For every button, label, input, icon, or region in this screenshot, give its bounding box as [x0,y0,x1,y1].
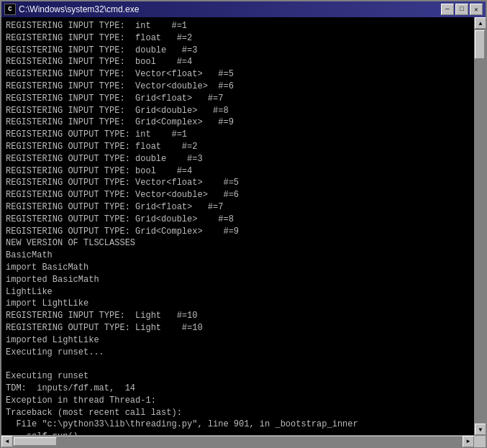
vertical-scrollbar[interactable]: ▲ ▼ [474,17,486,435]
title-bar-left: C C:\Windows\system32\cmd.exe [4,4,139,15]
terminal-output[interactable]: REGISTERING INPUT TYPE: int #=1 REGISTER… [1,17,474,435]
scroll-track-h[interactable] [13,436,463,447]
scroll-thumb-h[interactable] [14,437,57,446]
scroll-up-button[interactable]: ▲ [475,17,486,29]
scroll-thumb-v[interactable] [475,30,485,59]
close-button[interactable]: ✕ [470,4,483,15]
scroll-left-button[interactable]: ◄ [1,436,13,447]
window-title: C:\Windows\system32\cmd.exe [19,4,139,14]
title-bar: C C:\Windows\system32\cmd.exe ─ □ ✕ [1,1,486,17]
scroll-right-button[interactable]: ► [463,436,474,447]
scroll-down-button[interactable]: ▼ [475,424,486,435]
scroll-track-v[interactable] [475,29,486,424]
cmd-window: C C:\Windows\system32\cmd.exe ─ □ ✕ REGI… [0,0,487,448]
title-buttons: ─ □ ✕ [441,4,483,15]
terminal-body: REGISTERING INPUT TYPE: int #=1 REGISTER… [1,17,486,435]
minimize-button[interactable]: ─ [441,4,454,15]
corner-box [474,436,486,447]
maximize-button[interactable]: □ [455,4,468,15]
window-icon: C [4,4,16,15]
bottom-bar: ◄ ► [1,435,486,447]
